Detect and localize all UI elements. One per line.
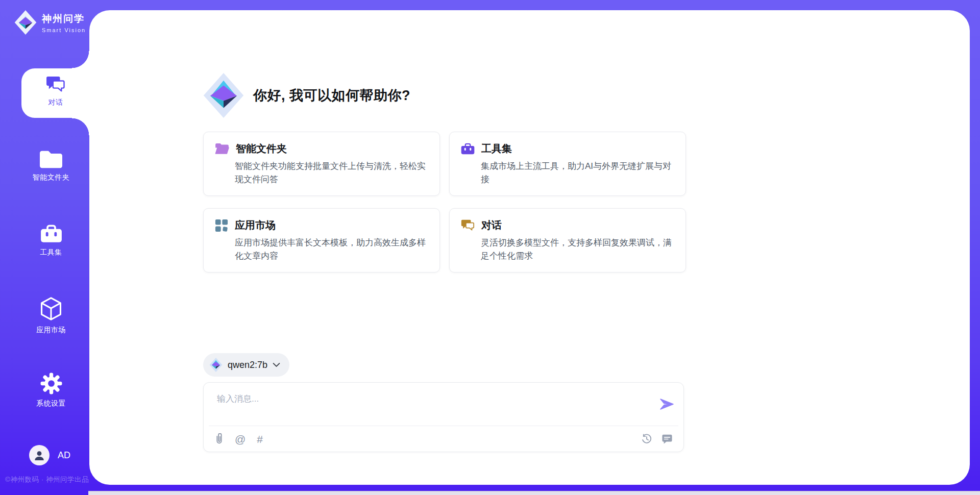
greeting-title: 你好, 我可以如何帮助你? — [253, 86, 410, 105]
sidebar-item-label: 应用市场 — [36, 326, 66, 335]
card-title: 智能文件夹 — [236, 142, 287, 156]
sidebar-item-settings[interactable]: 系统设置 — [10, 373, 92, 408]
composer-toolbar: @ # — [204, 426, 683, 452]
folder-icon — [40, 150, 62, 168]
mention-icon[interactable]: @ — [235, 434, 246, 444]
card-description: 集成市场上主流工具，助力AI与外界无缝扩展与对接 — [481, 160, 674, 186]
tab-fillet-bottom — [72, 118, 89, 135]
card-chat[interactable]: 对话 灵活切换多模型文件，支持多样回复效果调试，满足个性化需求 — [449, 208, 686, 273]
brand-subtitle: Smart Vision — [42, 27, 86, 33]
toolbox-icon — [461, 143, 475, 155]
brand-name: 神州问学 — [42, 12, 86, 26]
card-title: 应用市场 — [235, 218, 276, 232]
card-title: 对话 — [481, 218, 502, 232]
sidebar-item-chat[interactable]: 对话 — [21, 68, 90, 118]
toolbox-icon — [40, 225, 62, 243]
sidebar-item-label: 智能文件夹 — [33, 173, 70, 182]
greeting: 你好, 我可以如何帮助你? — [202, 73, 410, 118]
feature-cards: 智能文件夹 智能文件夹功能支持批量文件上传与清洗，轻松实现文件问答 — [203, 132, 686, 273]
app-grid-icon — [215, 219, 228, 232]
send-icon — [658, 396, 675, 412]
card-app-market[interactable]: 应用市场 应用市场提供丰富长文本模板，助力高效生成多样化文章内容 — [203, 208, 440, 273]
send-button[interactable] — [658, 396, 675, 413]
sidebar-item-toolset[interactable]: 工具集 — [10, 225, 92, 257]
folder-open-icon — [215, 142, 229, 155]
card-toolset[interactable]: 工具集 集成市场上主流工具，助力AI与外界无缝扩展与对接 — [449, 132, 686, 196]
card-description: 智能文件夹功能支持批量文件上传与清洗，轻松实现文件问答 — [235, 160, 428, 186]
card-title: 工具集 — [481, 142, 512, 156]
person-icon — [34, 450, 45, 461]
card-smart-folder[interactable]: 智能文件夹 智能文件夹功能支持批量文件上传与清洗，轻松实现文件问答 — [203, 132, 440, 196]
model-name: qwen2:7b — [228, 360, 267, 370]
card-description: 应用市场提供丰富长文本模板，助力高效生成多样化文章内容 — [235, 236, 428, 262]
user-name: AD — [58, 450, 70, 461]
app-window: 神州问学 Smart Vision 对话 智能文件夹 — [0, 0, 980, 495]
sidebar-item-smart-folder[interactable]: 智能文件夹 — [10, 150, 92, 182]
avatar — [29, 445, 50, 465]
settings-icon — [40, 373, 62, 394]
history-icon[interactable] — [642, 434, 652, 444]
attachment-icon[interactable] — [215, 433, 224, 444]
brand-diamond-icon — [14, 10, 37, 35]
app-market-icon — [39, 296, 63, 321]
message-input[interactable] — [216, 392, 642, 424]
bottom-edge-strip — [88, 491, 980, 495]
conversation-icon[interactable] — [662, 434, 672, 444]
sidebar-footer: ©神州数码 · 神州问学出品 — [5, 475, 102, 484]
sidebar-item-label: 系统设置 — [36, 399, 66, 408]
card-description: 灵活切换多模型文件，支持多样回复效果调试，满足个性化需求 — [481, 236, 674, 262]
tab-fillet-top — [72, 51, 89, 68]
message-composer: @ # — [203, 382, 684, 452]
sidebar-item-label: 对话 — [48, 98, 63, 107]
greeting-diamond-icon — [202, 73, 245, 118]
model-logo-icon — [209, 358, 223, 372]
brand-logo: 神州问学 Smart Vision — [14, 10, 86, 35]
sidebar-item-app-market[interactable]: 应用市场 — [10, 296, 92, 335]
sidebar-item-label: 工具集 — [40, 248, 62, 257]
chat-icon — [461, 219, 475, 232]
model-selector[interactable]: qwen2:7b — [203, 353, 289, 377]
chevron-down-icon — [273, 362, 280, 367]
chat-icon — [46, 76, 65, 93]
user-profile[interactable]: AD — [29, 445, 70, 465]
topic-icon[interactable]: # — [257, 434, 263, 444]
